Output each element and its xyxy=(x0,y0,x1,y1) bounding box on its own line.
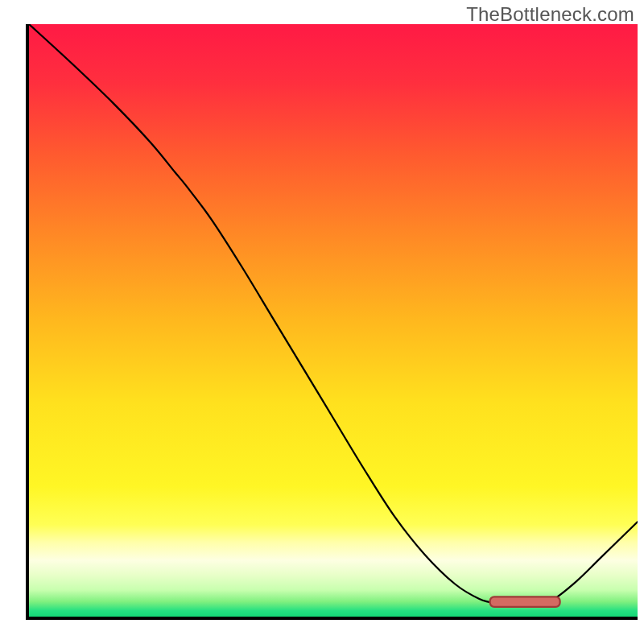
svg-rect-1 xyxy=(490,597,560,607)
watermark-text: TheBottleneck.com xyxy=(466,3,634,26)
chart-plot-area xyxy=(26,24,638,620)
chart-minimum-marker xyxy=(29,24,638,617)
